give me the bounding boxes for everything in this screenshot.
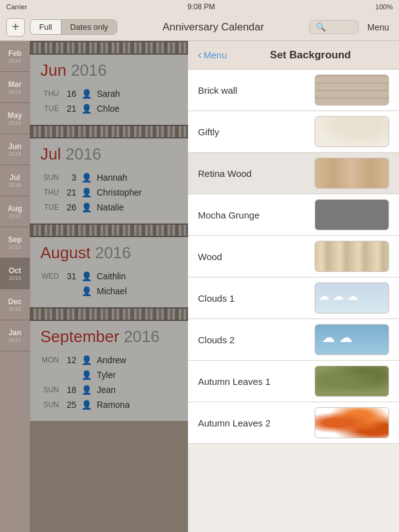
back-chevron-icon: ‹ xyxy=(198,48,202,61)
sidebar-month-jun[interactable]: Jun2016 xyxy=(0,134,30,165)
bg-item-label: Brick wall xyxy=(198,85,307,96)
view-segmented-control: Full Dates only xyxy=(30,19,117,35)
plus-icon: + xyxy=(12,20,19,34)
bg-list-item[interactable]: Clouds 1 xyxy=(188,277,399,319)
bg-item-label: Mocha Grunge xyxy=(198,210,307,220)
bg-item-label: Clouds 2 xyxy=(198,335,307,345)
bg-thumbnail xyxy=(315,407,389,438)
bg-item-label: Clouds 1 xyxy=(198,293,307,304)
bg-list-item[interactable]: Autumn Leaves 2 xyxy=(188,402,399,444)
bg-list-item[interactable]: Autumn Leaves 1 xyxy=(188,361,399,402)
sidebar-month-mar[interactable]: Mar2016 xyxy=(0,72,30,103)
bg-item-label: Autumn Leaves 2 xyxy=(198,418,307,428)
bg-list-item[interactable]: Wood xyxy=(188,236,399,277)
sidebar-month-sep[interactable]: Sep2016 xyxy=(0,227,30,258)
bg-item-label: Retina Wood xyxy=(198,168,307,179)
bg-list-item[interactable]: Retina Wood xyxy=(188,153,399,194)
status-bar: Carrier 9:08 PM 100% xyxy=(0,0,399,14)
bg-list-item[interactable]: Brick wall xyxy=(188,70,399,111)
back-button[interactable]: ‹ Menu xyxy=(198,48,227,61)
sidebar-month-jan[interactable]: Jan2017 xyxy=(0,320,30,351)
bg-thumbnail xyxy=(315,282,389,313)
bg-thumbnail xyxy=(315,158,389,189)
full-segment[interactable]: Full xyxy=(30,20,61,34)
bg-list-item[interactable]: Mocha Grunge xyxy=(188,194,399,236)
search-icon: 🔍 xyxy=(316,22,326,32)
bg-thumbnail xyxy=(315,199,389,230)
bg-thumbnail xyxy=(315,241,389,272)
sidebar-month-may[interactable]: May2016 xyxy=(0,103,30,134)
bg-thumbnail xyxy=(315,366,389,397)
bg-item-label: Wood xyxy=(198,251,307,262)
dates-only-segment[interactable]: Dates only xyxy=(61,20,117,34)
bg-list-item[interactable]: Clouds 2 xyxy=(188,319,399,361)
sidebar-month-feb[interactable]: Feb2016 xyxy=(0,41,30,72)
sidebar-month-aug[interactable]: Aug2016 xyxy=(0,196,30,227)
bg-list-item[interactable]: Giftly xyxy=(188,111,399,153)
bg-thumbnail xyxy=(315,74,389,106)
carrier-label: Carrier xyxy=(6,3,27,11)
sidebar-month-oct[interactable]: Oct2016 xyxy=(0,258,30,289)
panel-title: Set Background xyxy=(232,49,389,61)
menu-button[interactable]: Menu xyxy=(364,20,393,35)
toolbar: + Full Dates only Anniversary Calendar 🔍… xyxy=(0,14,399,41)
bg-item-label: Giftly xyxy=(198,127,307,137)
background-panel-overlay: ‹ Menu Set Background Brick wallGiftlyRe… xyxy=(30,41,399,532)
bg-thumbnail xyxy=(315,116,389,147)
sidebar: Feb2016Mar2016May2016Jun2016Jul2016Aug20… xyxy=(0,41,30,532)
bg-thumbnail xyxy=(315,324,389,355)
background-panel: ‹ Menu Set Background Brick wallGiftlyRe… xyxy=(188,41,399,532)
sidebar-month-dec[interactable]: Dec2016 xyxy=(0,289,30,320)
background-list: Brick wallGiftlyRetina WoodMocha GrungeW… xyxy=(188,70,399,532)
sidebar-month-jul[interactable]: Jul2016 xyxy=(0,165,30,196)
panel-header: ‹ Menu Set Background xyxy=(188,41,399,70)
battery-label: 100% xyxy=(375,3,393,11)
search-box[interactable]: 🔍 xyxy=(309,20,359,34)
time-label: 9:08 PM xyxy=(187,2,215,11)
bg-item-label: Autumn Leaves 1 xyxy=(198,376,307,387)
back-label: Menu xyxy=(204,50,227,60)
calendar-title: Anniversary Calendar xyxy=(122,21,304,34)
add-button[interactable]: + xyxy=(6,18,25,37)
